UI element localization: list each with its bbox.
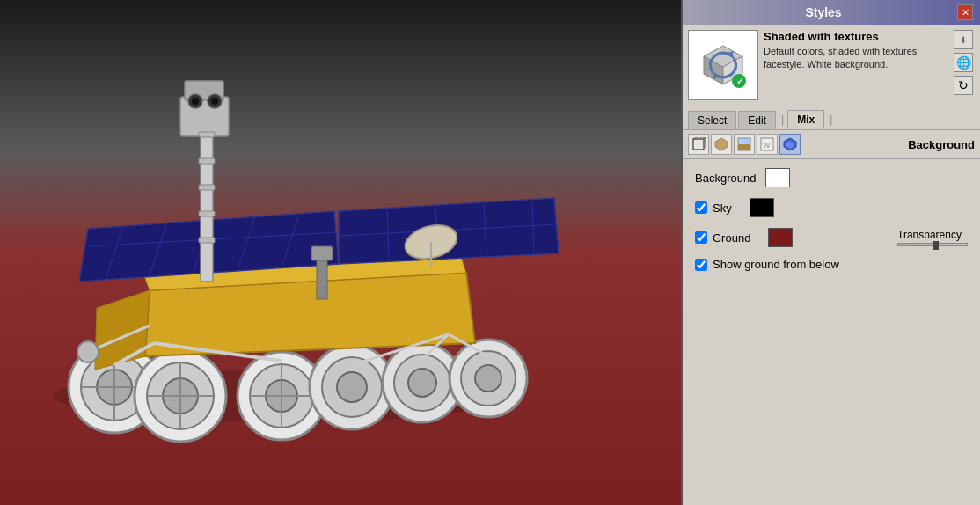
show-ground-checkbox[interactable]: [695, 259, 707, 271]
background-style-icon[interactable]: [734, 134, 755, 155]
tab-separator: |: [781, 113, 784, 126]
panel-title-bar: Styles ✕: [683, 0, 980, 25]
background-label: Background: [695, 172, 757, 185]
add-style-button[interactable]: +: [954, 30, 973, 49]
ground-checkbox[interactable]: [695, 231, 707, 244]
sky-label: Sky: [713, 201, 732, 215]
style-description: Default colors, shaded with textures fac…: [764, 45, 948, 72]
side-buttons: + 🌐 ↻: [954, 30, 975, 100]
ground-checkbox-label[interactable]: Ground: [695, 231, 750, 245]
slider-thumb: [933, 241, 939, 250]
sky-row: Sky: [695, 198, 968, 217]
svg-rect-49: [199, 158, 215, 164]
transparency-label: Transparency: [897, 229, 962, 241]
edge-style-icon[interactable]: [688, 134, 709, 155]
ground-color-swatch[interactable]: [768, 228, 793, 247]
svg-rect-52: [199, 238, 215, 243]
svg-rect-80: [738, 144, 750, 150]
rover-drawing: [9, 18, 607, 475]
section-label: Background: [908, 138, 975, 151]
svg-marker-78: [715, 138, 728, 150]
style-preview-row: ✓ Shaded with textures Default colors, s…: [683, 25, 980, 106]
update-style-button[interactable]: 🌐: [954, 53, 973, 72]
transparency-group: Transparency: [897, 229, 968, 246]
background-section: Background Sky Ground Transparency: [683, 159, 980, 280]
styles-panel: Styles ✕ ✓ Shaded w: [681, 0, 980, 505]
close-button[interactable]: ✕: [957, 4, 973, 20]
show-ground-label: Show ground from below: [713, 258, 839, 271]
modeling-icon[interactable]: [779, 134, 801, 155]
transparency-slider[interactable]: [897, 243, 968, 246]
svg-rect-73: [693, 139, 704, 150]
icon-toolbar: W Background: [683, 130, 980, 159]
svg-point-45: [192, 98, 199, 105]
sky-checkbox[interactable]: [695, 201, 707, 214]
tabs-row: Select Edit | Mix |: [683, 106, 980, 130]
tab-mix[interactable]: Mix: [787, 110, 824, 129]
style-thumbnail[interactable]: ✓: [688, 30, 758, 100]
svg-rect-54: [311, 246, 333, 260]
svg-point-18: [337, 372, 367, 402]
style-info: Shaded with textures Default colors, sha…: [764, 30, 948, 100]
svg-point-56: [77, 341, 99, 362]
svg-point-24: [475, 365, 501, 392]
background-color-swatch[interactable]: [765, 168, 790, 187]
svg-point-47: [211, 98, 218, 105]
tab-select[interactable]: Select: [688, 111, 736, 129]
3d-viewport[interactable]: [0, 0, 681, 505]
background-color-row: Background: [695, 168, 968, 187]
sky-color-swatch[interactable]: [750, 198, 774, 217]
svg-rect-53: [317, 255, 327, 299]
svg-rect-48: [199, 132, 215, 137]
ground-row: Ground Transparency: [695, 228, 968, 247]
svg-point-21: [408, 369, 436, 397]
style-name: Shaded with textures: [764, 30, 948, 43]
svg-rect-50: [199, 185, 215, 190]
svg-rect-51: [199, 211, 215, 216]
watermark-icon[interactable]: W: [757, 134, 778, 155]
panel-title: Styles: [690, 5, 957, 19]
show-ground-checkbox-label[interactable]: Show ground from below: [695, 258, 839, 271]
sky-checkbox-label[interactable]: Sky: [695, 201, 732, 215]
tab-edit[interactable]: Edit: [738, 111, 776, 129]
face-style-icon[interactable]: [711, 134, 732, 155]
svg-text:✓: ✓: [736, 77, 743, 86]
ground-label: Ground: [713, 231, 750, 245]
refresh-button[interactable]: ↻: [954, 76, 973, 95]
svg-text:W: W: [763, 141, 771, 150]
show-ground-row: Show ground from below: [695, 258, 968, 271]
tab-separator-2: |: [830, 113, 832, 126]
